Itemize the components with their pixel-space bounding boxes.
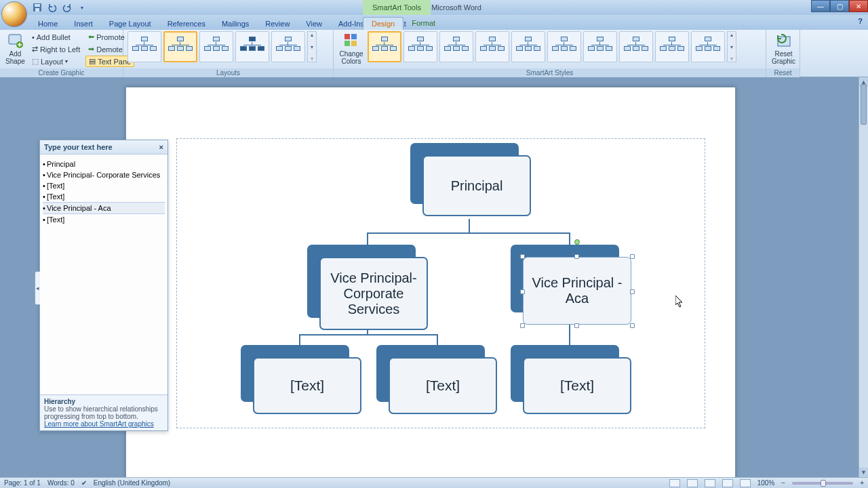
selection-handle[interactable]	[520, 323, 525, 328]
text-pane-item[interactable]: • Vice Principal- Corporate Services	[43, 169, 165, 180]
tab-insert[interactable]: Insert	[66, 18, 101, 30]
maximize-button[interactable]: ▢	[830, 0, 849, 12]
tab-view[interactable]: View	[298, 18, 330, 30]
ribbon: Add Shape •Add Bullet ⇄Right to Left ⬚La…	[0, 30, 868, 77]
text-pane-close-icon[interactable]: ×	[159, 143, 163, 151]
zoom-out-icon[interactable]: −	[781, 479, 785, 487]
selection-handle[interactable]	[520, 289, 525, 294]
status-page[interactable]: Page: 1 of 1	[4, 479, 41, 487]
connector	[569, 232, 570, 246]
status-zoom[interactable]: 100%	[757, 479, 775, 487]
save-icon[interactable]	[31, 1, 43, 14]
styles-gallery[interactable]: ▴▾▿	[368, 31, 736, 62]
style-thumb-1[interactable]	[368, 31, 401, 62]
selection-handle[interactable]	[520, 254, 525, 259]
reset-graphic-button[interactable]: Reset Graphic	[770, 31, 797, 66]
layout-thumb-4[interactable]	[235, 31, 269, 62]
rotate-handle[interactable]	[574, 239, 580, 245]
selection-handle[interactable]	[630, 289, 635, 294]
text-pane-item[interactable]: • [Text]	[43, 180, 165, 191]
status-words[interactable]: Words: 0	[47, 479, 75, 487]
view-draft-icon[interactable]	[740, 479, 751, 487]
text-pane-title: Type your text here	[44, 143, 113, 151]
style-thumb-2[interactable]	[403, 31, 437, 62]
group-label-reset: Reset	[766, 68, 800, 77]
connector	[469, 219, 470, 234]
layouts-gallery[interactable]: ▴▾▿	[127, 31, 317, 62]
add-shape-button[interactable]: Add Shape	[4, 31, 26, 66]
text-pane-item[interactable]: • Principal	[43, 159, 165, 169]
svg-rect-6	[351, 34, 357, 39]
text-pane[interactable]: ◂ Type your text here × • Principal• Vic…	[39, 140, 168, 431]
close-button[interactable]: ✕	[849, 0, 868, 12]
zoom-slider-knob[interactable]	[821, 480, 826, 487]
layouts-gallery-scroll[interactable]: ▴▾▿	[307, 31, 317, 62]
text-pane-body[interactable]: • Principal• Vice Principal- Corporate S…	[40, 155, 167, 394]
style-thumb-9[interactable]	[655, 31, 689, 62]
view-web-layout-icon[interactable]	[705, 479, 715, 487]
group-reset: Reset Graphic Reset	[766, 30, 800, 77]
view-outline-icon[interactable]	[722, 479, 733, 487]
svg-rect-7	[344, 41, 350, 46]
promote-icon: ⬅	[88, 33, 94, 41]
minimize-button[interactable]: —	[811, 0, 830, 12]
zoom-in-icon[interactable]: +	[860, 479, 864, 487]
smartart-canvas[interactable]: Principal Vice Principal- Corporate Serv…	[176, 138, 705, 428]
help-icon[interactable]: ?	[858, 17, 863, 25]
style-thumb-10[interactable]	[691, 31, 725, 62]
undo-icon[interactable]	[46, 1, 58, 14]
selection-handle[interactable]	[630, 254, 635, 259]
layout-thumb-3[interactable]	[199, 31, 233, 62]
view-print-layout-icon[interactable]	[669, 479, 680, 487]
add-bullet-button[interactable]: •Add Bullet	[29, 31, 83, 43]
text-pane-collapse-tab[interactable]: ◂	[35, 271, 40, 305]
office-button[interactable]	[1, 1, 27, 27]
tab-review[interactable]: Review	[257, 18, 298, 30]
add-shape-icon	[7, 33, 23, 49]
text-pane-item[interactable]: • Vice Principal - Aca	[43, 202, 165, 214]
tab-mailings[interactable]: Mailings	[214, 18, 257, 30]
tab-format[interactable]: Format	[403, 17, 443, 30]
layout-button[interactable]: ⬚Layout ▾	[29, 56, 83, 67]
connector	[367, 232, 368, 246]
scroll-down-icon[interactable]: ▼	[859, 468, 868, 477]
node-child-2-label: [Text]	[389, 357, 497, 414]
style-thumb-6[interactable]	[547, 31, 581, 62]
styles-gallery-scroll[interactable]: ▴▾▿	[727, 31, 736, 62]
change-colors-button[interactable]: Change Colors	[338, 31, 365, 66]
node-child-3-label: [Text]	[523, 357, 631, 414]
layout-thumb-2[interactable]	[163, 31, 197, 62]
vertical-scrollbar[interactable]: ▲ ▼	[859, 77, 868, 477]
layout-thumb-5[interactable]	[271, 31, 305, 62]
status-language[interactable]: English (United Kingdom)	[94, 479, 170, 487]
style-thumb-4[interactable]	[475, 31, 509, 62]
right-to-left-button[interactable]: ⇄Right to Left	[29, 43, 83, 55]
tab-design[interactable]: Design	[363, 17, 403, 30]
connector	[367, 232, 570, 234]
qat-more-icon[interactable]: ▾	[76, 1, 88, 14]
node-child-1-label: [Text]	[253, 357, 361, 414]
style-thumb-5[interactable]	[511, 31, 545, 62]
tab-references[interactable]: References	[159, 18, 214, 30]
tab-home[interactable]: Home	[30, 18, 66, 30]
selection-handle[interactable]	[574, 254, 579, 259]
redo-icon[interactable]	[61, 1, 73, 14]
scroll-thumb[interactable]	[861, 84, 867, 125]
layout-thumb-1[interactable]	[127, 31, 161, 62]
add-shape-label: Add Shape	[5, 50, 25, 65]
style-thumb-3[interactable]	[439, 31, 473, 62]
proofing-icon[interactable]: ✔	[81, 479, 87, 487]
text-pane-item[interactable]: • [Text]	[43, 214, 165, 225]
style-thumb-7[interactable]	[583, 31, 617, 62]
node-vp-aca-label: Vice Principal - Aca	[523, 257, 631, 325]
text-pane-footer-link[interactable]: Learn more about SmartArt graphics	[44, 420, 154, 428]
text-pane-item[interactable]: • [Text]	[43, 191, 165, 202]
tab-page-layout[interactable]: Page Layout	[101, 18, 159, 30]
style-thumb-8[interactable]	[619, 31, 653, 62]
selection-handle[interactable]	[630, 323, 635, 328]
view-full-screen-icon[interactable]	[687, 479, 698, 487]
reset-icon	[776, 33, 792, 49]
zoom-slider[interactable]	[792, 482, 853, 485]
selection-handle[interactable]	[574, 323, 579, 328]
contextual-title: SmartArt Tools	[363, 0, 431, 15]
